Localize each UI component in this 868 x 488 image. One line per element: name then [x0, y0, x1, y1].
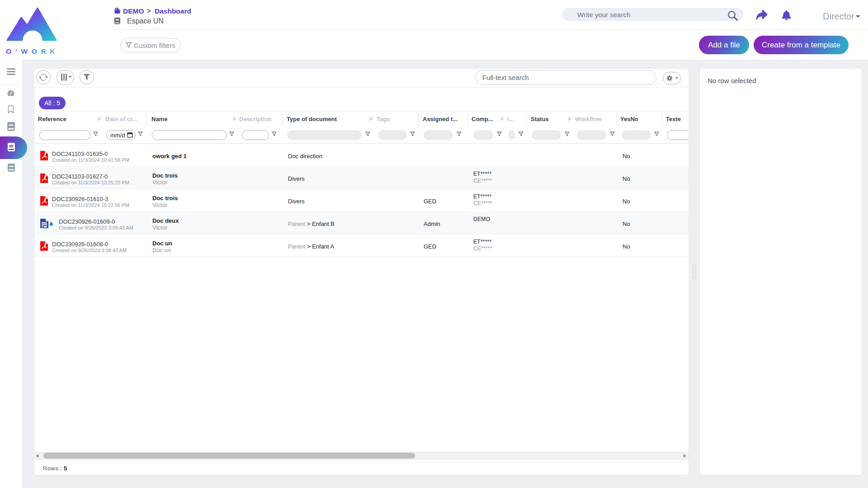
svg-text:O’WORK: O’WORK	[6, 47, 59, 54]
